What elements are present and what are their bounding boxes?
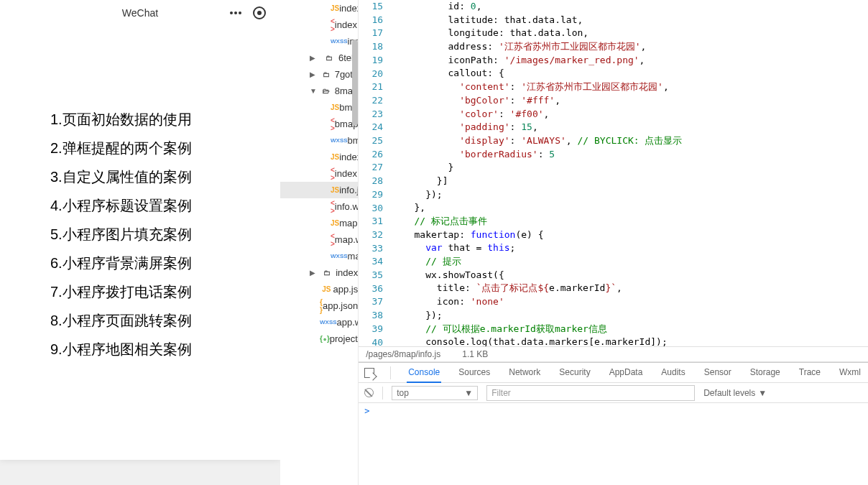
code-line[interactable]: // 标记点击事件 (392, 215, 868, 228)
tree-item[interactable]: < >index.wxml (280, 165, 358, 182)
devtools-tab-wxml[interactable]: Wxml (838, 363, 862, 382)
devtools-panel: ConsoleSourcesNetworkSecurityAppDataAudi… (359, 362, 868, 485)
devtools-tab-console[interactable]: Console (407, 363, 441, 383)
code-line[interactable]: }); (392, 188, 868, 202)
code-line[interactable]: }); (392, 309, 868, 323)
line-number: 16 (359, 14, 383, 27)
tree-item[interactable]: JSapp.js (280, 281, 358, 297)
line-number: 24 (359, 121, 383, 134)
devtools-tab-trace[interactable]: Trace (798, 363, 822, 382)
simulator-content[interactable]: 1.页面初始数据的使用2.弹框提醒的两个案例3.自定义属性值的案例4.小程序标题… (0, 26, 280, 364)
simulator-window: WeChat 1.页面初始数据的使用2.弹框提醒的两个案例3.自定义属性值的案例… (0, 0, 280, 460)
tree-item[interactable]: {∘}project.config.json (280, 331, 358, 347)
line-number: 33 (359, 242, 383, 256)
devtools-tab-storage[interactable]: Storage (749, 363, 782, 382)
list-item[interactable]: 3.自定义属性值的案例 (50, 162, 230, 191)
line-number: 31 (359, 215, 383, 228)
code-line[interactable]: } (392, 161, 868, 175)
line-number: 36 (359, 282, 383, 296)
code-line[interactable]: id: 0, (392, 0, 868, 14)
log-levels-selector[interactable]: Default levels ▼ (703, 388, 767, 398)
code-line[interactable]: 'borderRadius': 5 (392, 148, 868, 162)
tree-item[interactable]: JSinfo.js (280, 182, 358, 198)
tree-item[interactable]: JSmap.js (280, 215, 358, 231)
line-number: 29 (359, 188, 383, 202)
code-line[interactable]: callout: { (392, 67, 868, 80)
devtools-tab-audits[interactable]: Audits (660, 363, 686, 382)
tree-item[interactable]: ▶🗀6tel (280, 50, 358, 66)
tree-item[interactable]: WXSSbmap.wxss (280, 132, 358, 149)
tree-item[interactable]: JSbmap.js (280, 99, 358, 116)
code-line[interactable]: 'color': '#f00', (392, 108, 868, 121)
list-item[interactable]: 6.小程序背景满屏案例 (50, 249, 230, 277)
code-editor[interactable]: 1516171819202122232425262728293031323334… (359, 0, 868, 346)
line-number: 17 (359, 27, 383, 40)
tree-item[interactable]: < >info.wxml (280, 198, 358, 215)
list-item[interactable]: 8.小程序页面跳转案例 (50, 306, 230, 335)
scrollbar-thumb[interactable] (352, 40, 358, 126)
code-line[interactable]: // 可以根据e.markerId获取marker信息 (392, 323, 868, 336)
console-output[interactable]: > (359, 403, 868, 485)
tree-item[interactable]: < >bmap.wxml (280, 116, 358, 132)
code-content[interactable]: id: 0, latitude: that.data.lat, longitud… (392, 0, 868, 346)
devtools-tab-network[interactable]: Network (507, 363, 542, 382)
list-item[interactable]: 1.页面初始数据的使用 (50, 105, 230, 134)
tree-item[interactable]: { }app.json (280, 297, 358, 314)
code-line[interactable]: address: '江苏省苏州市工业园区都市花园', (392, 40, 868, 54)
tree-item-label: index.wxml (335, 168, 359, 179)
close-miniprogram-icon[interactable] (253, 6, 266, 19)
code-line[interactable]: // 提示 (392, 255, 868, 269)
clear-console-icon[interactable] (364, 388, 374, 397)
tree-item-label: info.wxml (335, 201, 359, 212)
list-item[interactable]: 5.小程序图片填充案例 (50, 220, 230, 249)
devtools-tab-sensor[interactable]: Sensor (703, 363, 733, 382)
code-line[interactable]: 'padding': 15, (392, 121, 868, 134)
context-selector[interactable]: top ▼ (392, 386, 478, 400)
file-explorer[interactable]: JSindex.js< >index.wxmlWXSSindex.wxss▶🗀6… (280, 0, 359, 485)
tree-item-label: bmap.wxss (348, 135, 359, 146)
code-line[interactable]: longitude: that.data.lon, (392, 27, 868, 40)
code-line[interactable]: icon: 'none' (392, 295, 868, 309)
tree-item[interactable]: ▶🗀7goto (280, 66, 358, 83)
list-item[interactable]: 7.小程序拨打电话案例 (50, 277, 230, 306)
simulator-header: WeChat (0, 0, 280, 26)
code-line[interactable]: }] (392, 175, 868, 188)
tree-item[interactable]: < >index.wxml (280, 17, 358, 33)
list-item[interactable]: 4.小程序标题设置案例 (50, 191, 230, 220)
tree-item[interactable]: < >map.wxml (280, 231, 358, 248)
code-line[interactable]: makertap: function(e) { (392, 228, 868, 242)
code-line[interactable]: var that = this; (392, 241, 868, 255)
inspect-icon[interactable] (364, 368, 374, 378)
tree-item[interactable]: ▶🗀index (280, 264, 358, 281)
line-number: 34 (359, 255, 383, 269)
levels-label: Default levels (703, 388, 755, 398)
code-line[interactable]: iconPath: '/images/marker_red.png', (392, 54, 868, 68)
file-size: 1.1 KB (462, 349, 488, 359)
tree-item[interactable]: JSindex.js (280, 149, 358, 165)
filter-input[interactable]: Filter (486, 385, 695, 401)
code-line[interactable]: wx.showToast({ (392, 269, 868, 282)
code-line[interactable]: }, (392, 201, 868, 215)
code-line[interactable]: 'content': '江苏省苏州市工业园区都市花园', (392, 80, 868, 94)
tree-item[interactable]: WXSSapp.wxss (280, 314, 358, 331)
tree-item[interactable]: JSindex.js (280, 0, 358, 17)
devtools-tab-sources[interactable]: Sources (457, 363, 491, 382)
tree-item[interactable]: WXSSmap.wxss (280, 248, 358, 264)
devtools-tab-security[interactable]: Security (558, 363, 591, 382)
console-toolbar: top ▼ Filter Default levels ▼ (359, 383, 868, 403)
code-line[interactable]: title: `点击了标记点${e.markerId}`, (392, 282, 868, 295)
devtools-tab-appdata[interactable]: AppData (608, 363, 645, 382)
code-line[interactable]: 'bgColor': '#fff', (392, 94, 868, 108)
tree-item[interactable]: WXSSindex.wxss (280, 33, 358, 50)
line-number: 19 (359, 54, 383, 68)
code-line[interactable]: console.log(that.data.markers[e.markerId… (392, 336, 868, 346)
file-path: /pages/8map/info.js (366, 349, 440, 359)
code-line[interactable]: 'display': 'ALWAYS', // BYCLICK: 点击显示 (392, 134, 868, 148)
tree-item[interactable]: ▼🗁8map (280, 83, 358, 99)
more-icon[interactable] (230, 11, 243, 14)
line-number: 40 (359, 336, 383, 346)
list-item[interactable]: 2.弹框提醒的两个案例 (50, 134, 230, 162)
dropdown-icon: ▼ (758, 388, 767, 398)
list-item[interactable]: 9.小程序地图相关案例 (50, 335, 230, 364)
code-line[interactable]: latitude: that.data.lat, (392, 14, 868, 27)
